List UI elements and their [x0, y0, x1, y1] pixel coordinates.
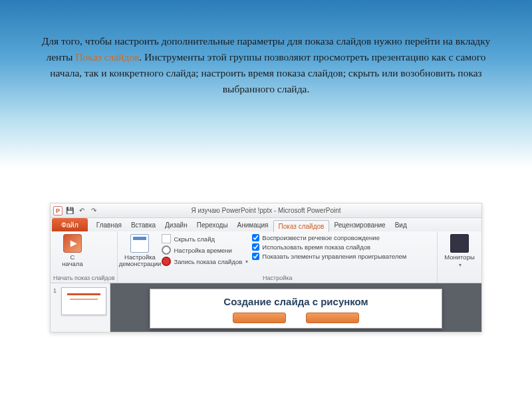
tab-animation[interactable]: Анимация: [233, 219, 273, 231]
description-text: Для того, чтобы настроить дополнительные…: [40, 33, 492, 97]
slide-thumbnail[interactable]: 1: [53, 287, 107, 315]
powerpoint-screenshot: P 💾 ↶ ↷ Я изучаю PowerPoint !pptx - Micr…: [50, 203, 482, 332]
slide-shapes: [150, 313, 442, 323]
save-icon[interactable]: 💾: [65, 206, 74, 215]
tab-review[interactable]: Рецензирование: [329, 219, 390, 231]
group-label-start: Начать показ слайдов: [51, 275, 117, 283]
chevron-down-icon: ▾: [459, 262, 462, 268]
controls-checkbox[interactable]: Показать элементы управления проигрывате…: [252, 253, 406, 260]
setup-checkboxes: Воспроизвести речевое сопровождение Испо…: [252, 234, 406, 260]
quick-access-toolbar: P 💾 ↶ ↷: [51, 206, 98, 215]
file-tab[interactable]: Файл: [52, 218, 88, 231]
ribbon: С начала Начать показ слайдов Настройка …: [51, 231, 481, 283]
tab-slideshow[interactable]: Показ слайдов: [273, 220, 330, 232]
narration-checkbox[interactable]: Воспроизвести речевое сопровождение: [252, 234, 406, 241]
slide-page[interactable]: Создание слайда с рисунком: [150, 289, 442, 329]
group-setup: Настройка демонстрации Скрыть слайд Наст…: [118, 231, 438, 283]
setup-small-buttons: Скрыть слайд Настройка времени Запись по…: [162, 234, 248, 266]
hide-slide-icon: [162, 234, 171, 243]
setup-slideshow-button[interactable]: Настройка демонстрации: [122, 234, 158, 268]
desc-part1b: .: [139, 51, 142, 63]
shape-box: [306, 313, 359, 323]
window-title: Я изучаю PowerPoint !pptx - Microsoft Po…: [51, 207, 481, 214]
clock-icon: [162, 245, 171, 255]
from-beginning-button[interactable]: С начала: [55, 234, 90, 268]
redo-icon[interactable]: ↷: [89, 206, 98, 215]
hide-slide-button[interactable]: Скрыть слайд: [162, 234, 248, 243]
powerpoint-logo-icon: P: [53, 206, 63, 215]
group-monitors: Мониторы ▾: [438, 231, 481, 283]
slide-number: 1: [53, 287, 59, 294]
tab-insert[interactable]: Вставка: [126, 219, 160, 231]
group-start-slideshow: С начала Начать показ слайдов: [51, 231, 118, 283]
setup-slideshow-icon: [130, 234, 149, 253]
slide-canvas: Создание слайда с рисунком: [110, 283, 481, 332]
tab-home[interactable]: Главная: [92, 219, 126, 231]
group-label-monitors: [438, 275, 481, 283]
slide: Для того, чтобы настроить дополнительные…: [0, 0, 532, 399]
undo-icon[interactable]: ↶: [77, 206, 86, 215]
record-slideshow-button[interactable]: Запись показа слайдов▾: [162, 257, 248, 266]
tab-design[interactable]: Дизайн: [160, 219, 192, 231]
record-icon: [162, 257, 171, 266]
title-bar: P 💾 ↶ ↷ Я изучаю PowerPoint !pptx - Micr…: [51, 203, 481, 218]
ribbon-tabs: Файл Главная Вставка Дизайн Переходы Ани…: [51, 218, 481, 231]
tab-transitions[interactable]: Переходы: [192, 219, 233, 231]
monitors-button[interactable]: Мониторы ▾: [442, 234, 477, 268]
desc-highlight: Показ слайдов: [75, 51, 139, 63]
chevron-down-icon: ▾: [245, 259, 248, 265]
monitor-icon: [450, 234, 469, 253]
tab-view[interactable]: Вид: [390, 219, 412, 231]
slide-thumbnail-preview: [61, 287, 106, 315]
slide-thumbnail-panel: 1: [51, 283, 110, 332]
from-beginning-icon: [63, 234, 82, 253]
shape-box: [233, 313, 286, 323]
timings-checkbox[interactable]: Использовать время показа слайдов: [252, 243, 406, 251]
rehearse-timings-button[interactable]: Настройка времени: [162, 245, 248, 255]
slide-title: Создание слайда с рисунком: [150, 296, 442, 307]
workspace: 1 Создание слайда с рисунком: [51, 283, 481, 332]
group-label-setup: Настройка: [118, 275, 437, 283]
